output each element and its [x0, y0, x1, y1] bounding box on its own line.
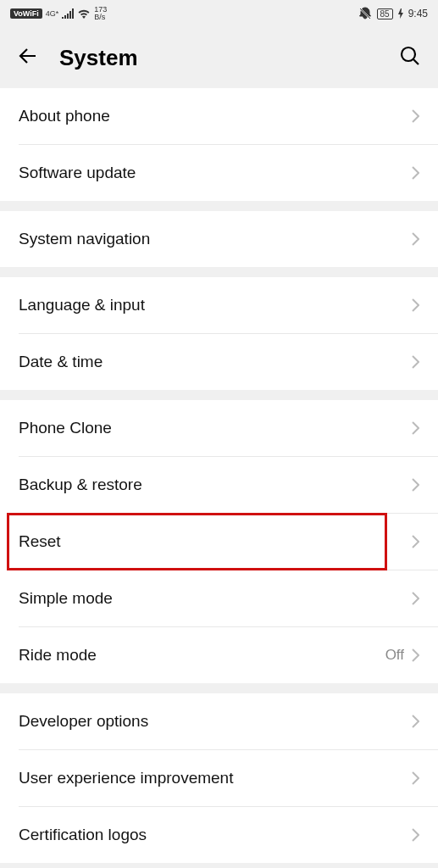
chevron-right-icon — [411, 534, 419, 549]
row-value: Off — [385, 647, 404, 664]
vowifi-badge: VoWiFi — [10, 8, 42, 19]
wifi-icon — [77, 8, 91, 19]
row-language-input[interactable]: Language & input — [0, 277, 438, 333]
page-title: System — [59, 45, 379, 71]
row-label: System navigation — [19, 230, 411, 248]
chevron-right-icon — [411, 108, 419, 124]
row-label: Phone Clone — [19, 419, 411, 437]
row-label: About phone — [19, 107, 411, 125]
chevron-right-icon — [411, 827, 419, 843]
row-system-navigation[interactable]: System navigation — [0, 211, 438, 267]
header: System — [0, 27, 438, 88]
row-label: Certification logos — [19, 826, 411, 844]
row-developer-options[interactable]: Developer options — [0, 693, 438, 749]
search-icon — [399, 45, 421, 67]
clock: 9:45 — [408, 8, 428, 19]
row-label: Backup & restore — [19, 476, 411, 494]
chevron-right-icon — [411, 477, 419, 492]
chevron-right-icon — [411, 591, 419, 606]
chevron-right-icon — [411, 420, 419, 436]
battery-indicator: 85 — [377, 8, 393, 19]
row-simple-mode[interactable]: Simple mode — [0, 570, 438, 626]
row-reset[interactable]: Reset — [0, 514, 438, 570]
status-right: 85 9:45 — [358, 7, 428, 20]
arrow-left-icon — [17, 45, 39, 67]
row-label: Reset — [19, 532, 411, 551]
charging-icon — [398, 8, 403, 19]
settings-group: Developer optionsUser experience improve… — [0, 693, 438, 863]
settings-group: Phone CloneBackup & restoreResetSimple m… — [0, 400, 438, 683]
row-ride-mode[interactable]: Ride modeOff — [0, 627, 438, 683]
settings-group: About phoneSoftware update — [0, 88, 438, 201]
row-label: Developer options — [19, 712, 411, 731]
chevron-right-icon — [411, 714, 419, 729]
back-button[interactable] — [17, 45, 39, 70]
speed-indicator: 173 B/s — [94, 6, 107, 21]
row-backup-restore[interactable]: Backup & restore — [0, 457, 438, 513]
signal-bars-icon — [62, 8, 74, 19]
row-phone-clone[interactable]: Phone Clone — [0, 400, 438, 456]
row-date-time[interactable]: Date & time — [0, 334, 438, 390]
chevron-right-icon — [411, 231, 419, 247]
status-left: VoWiFi 4G* 173 B/s — [10, 6, 107, 21]
row-label: Date & time — [19, 353, 411, 371]
row-label: Software update — [19, 164, 411, 182]
row-label: Language & input — [19, 296, 411, 314]
status-bar: VoWiFi 4G* 173 B/s 85 9:45 — [0, 0, 438, 27]
settings-group: Language & inputDate & time — [0, 277, 438, 390]
row-label: User experience improvement — [19, 769, 411, 787]
chevron-right-icon — [411, 771, 419, 786]
row-software-update[interactable]: Software update — [0, 145, 438, 201]
row-user-experience-improvement[interactable]: User experience improvement — [0, 750, 438, 806]
row-about-phone[interactable]: About phone — [0, 88, 438, 144]
row-certification-logos[interactable]: Certification logos — [0, 807, 438, 863]
chevron-right-icon — [411, 298, 419, 313]
settings-group: System navigation — [0, 211, 438, 267]
dnd-icon — [358, 7, 372, 20]
row-label: Simple mode — [19, 589, 411, 608]
settings-list: About phoneSoftware updateSystem navigat… — [0, 88, 438, 863]
chevron-right-icon — [411, 354, 419, 370]
row-label: Ride mode — [19, 646, 385, 665]
svg-point-2 — [402, 47, 415, 61]
chevron-right-icon — [411, 165, 419, 181]
network-indicator: 4G* — [46, 9, 59, 18]
chevron-right-icon — [411, 648, 419, 663]
search-button[interactable] — [399, 45, 421, 70]
